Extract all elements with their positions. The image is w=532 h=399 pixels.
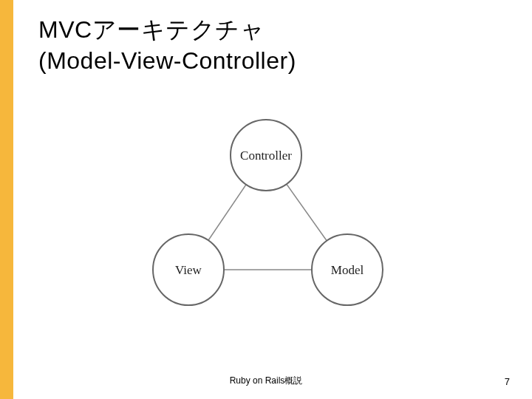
label-controller: Controller (240, 149, 292, 163)
page-number: 7 (505, 376, 510, 387)
page-title: MVCアーキテクチャ (Model-View-Controller) (38, 15, 296, 76)
node-controller: Controller (231, 120, 301, 191)
mvc-diagram: Controller View Model (126, 111, 406, 332)
title-line-2: (Model-View-Controller) (38, 46, 296, 77)
title-line-1: MVCアーキテクチャ (38, 15, 296, 46)
label-view: View (175, 263, 202, 277)
label-model: Model (331, 263, 364, 277)
node-model: Model (312, 234, 383, 305)
footer-text: Ruby on Rails概説 (0, 375, 532, 387)
accent-bar (0, 0, 13, 399)
node-view: View (153, 234, 224, 305)
